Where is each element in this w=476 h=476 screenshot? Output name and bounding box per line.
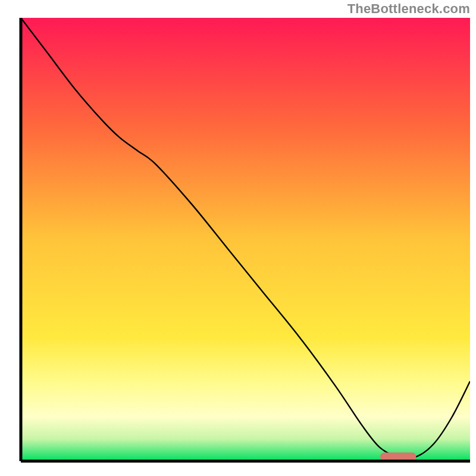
bottleneck-chart (0, 0, 476, 476)
plot-background (21, 18, 470, 461)
watermark-text: TheBottleneck.com (347, 1, 470, 17)
chart-container: TheBottleneck.com (0, 0, 476, 476)
optimal-zone-marker (380, 453, 416, 461)
